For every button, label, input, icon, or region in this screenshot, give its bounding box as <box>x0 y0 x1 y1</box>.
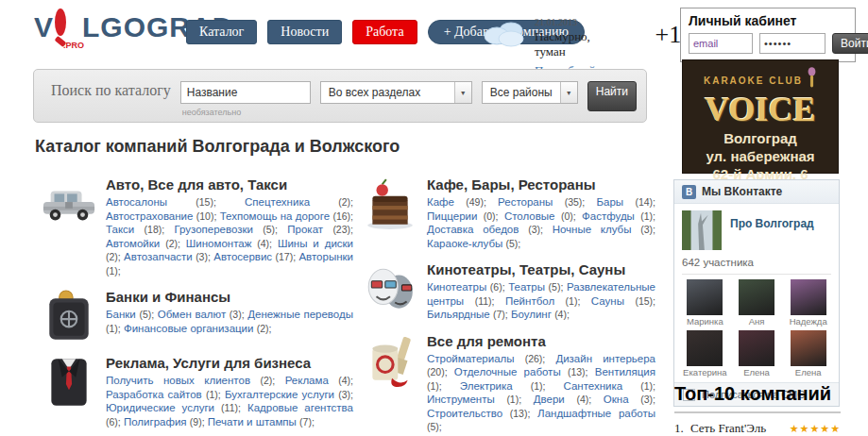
category-link[interactable]: Стройматериалы <box>427 353 515 364</box>
category-link[interactable]: Юридические услуги <box>106 402 214 413</box>
member-photo[interactable] <box>791 330 826 366</box>
login-button[interactable]: Войти <box>832 33 868 54</box>
vk-widget-title: Мы ВКонтакте <box>702 185 782 198</box>
category-link[interactable]: Автозапчасти <box>124 251 193 262</box>
category-link[interactable]: Пиццерии <box>427 210 477 222</box>
category-count: (11); <box>475 295 495 307</box>
category-link[interactable]: Кинотеатры <box>427 281 486 293</box>
category-count: (3); <box>528 224 543 235</box>
top10-item: 1.Сеть Frant'Эль★★★★★ <box>674 421 841 436</box>
category-link[interactable]: Бильярдные <box>427 309 490 320</box>
category-link[interactable]: Техпомощь на дороге <box>220 210 330 222</box>
category-link[interactable]: Кадровые агентства <box>247 402 353 413</box>
member-photo[interactable] <box>687 279 723 315</box>
category-link[interactable]: Боулинг <box>511 309 552 320</box>
category-link[interactable]: Грузоперевозки <box>174 224 253 235</box>
category-links: Стройматериалы (26); Дизайн интерьера (2… <box>427 352 655 434</box>
microphone-icon <box>807 67 817 93</box>
category-link[interactable]: Бары <box>597 196 624 208</box>
category-link[interactable]: Обмен валют <box>158 309 226 320</box>
member-photo[interactable] <box>687 330 723 366</box>
nav-jobs-button[interactable]: Работа <box>352 20 417 44</box>
category-title[interactable]: Все для ремонта <box>427 333 655 349</box>
category-link[interactable]: Разработка сайтов <box>106 389 202 400</box>
category-link[interactable]: Вентиляция <box>595 366 655 377</box>
category-count: (11); <box>221 402 241 413</box>
karaoke-club-banner[interactable]: KARAOKE CLUB VOICE Волгоград ул. набереж… <box>682 59 839 174</box>
category-link[interactable]: Окна <box>604 394 629 405</box>
search-name-input[interactable] <box>180 81 311 104</box>
vk-member: Маринка <box>682 279 728 327</box>
category-count: (1); <box>506 394 521 405</box>
category-link[interactable]: Ночные клубы <box>553 224 632 235</box>
sections-select[interactable]: Во всех разделах ▼ <box>320 81 472 104</box>
category-repair: Все для ремонта Стройматериалы (26); Диз… <box>363 333 655 434</box>
category-link[interactable]: Бухгалтерские услуги <box>225 389 334 400</box>
category-link[interactable]: Электрика <box>460 380 513 392</box>
member-photo[interactable] <box>791 279 826 315</box>
vk-member: Аня <box>734 279 780 327</box>
category-link[interactable]: Сантехника <box>564 380 623 392</box>
vk-member: Елена <box>734 330 780 377</box>
category-link[interactable]: Рестораны <box>498 196 553 208</box>
category-link[interactable]: Автомойки <box>106 238 160 249</box>
category-title[interactable]: Банки и Финансы <box>106 289 353 305</box>
category-link[interactable]: Авторынки <box>298 251 353 262</box>
category-link[interactable]: Банки <box>106 309 136 320</box>
vk-group-avatar[interactable] <box>682 210 722 250</box>
category-title[interactable]: Авто, Все для авто, Такси <box>106 176 353 193</box>
category-link[interactable]: Шиномонтаж <box>186 238 252 249</box>
category-link[interactable]: Спецтехника <box>245 196 310 208</box>
category-link[interactable]: Автосервис <box>213 251 272 262</box>
category-link[interactable]: Столовые <box>504 210 555 222</box>
category-count: (3); <box>640 394 655 405</box>
category-link[interactable]: Театры <box>508 281 545 293</box>
category-link[interactable]: Двери <box>534 394 565 405</box>
category-link[interactable]: Автосалоны <box>106 196 167 208</box>
category-link[interactable]: Получить новых клиентов <box>106 375 250 386</box>
email-field[interactable] <box>689 33 753 54</box>
category-link[interactable]: Сауны <box>591 295 624 307</box>
category-link[interactable]: Дизайн интерьера <box>555 353 655 364</box>
category-business: Реклама, Услуги для бизнеса Получить нов… <box>42 355 353 428</box>
category-link[interactable]: Денежные переводы <box>247 309 353 320</box>
category-count: (5); <box>505 238 520 249</box>
category-link[interactable]: Прокат <box>287 224 323 235</box>
category-link[interactable]: Полиграфия <box>124 416 187 428</box>
category-link[interactable]: Реклама <box>285 375 329 386</box>
category-count: (17); <box>275 251 296 262</box>
category-title[interactable]: Реклама, Услуги для бизнеса <box>106 355 353 371</box>
category-link[interactable]: Финансовые организации <box>124 323 254 334</box>
vk-widget: В Мы ВКонтакте Про Волгоград 642 участни… <box>673 179 840 407</box>
find-button[interactable]: Найти <box>587 81 637 111</box>
category-link[interactable]: Отделочные работы <box>454 366 561 377</box>
category-link[interactable]: Автострахование <box>106 210 193 222</box>
category-link[interactable]: Доставка обедов <box>427 224 519 235</box>
password-field[interactable] <box>759 33 825 54</box>
category-link[interactable]: Такси <box>106 224 134 235</box>
category-link[interactable]: Пейнтбол <box>505 295 554 307</box>
logo-domain: .PRO <box>63 41 84 50</box>
member-photo[interactable] <box>739 330 774 366</box>
category-link[interactable]: Инструменты <box>427 394 495 405</box>
category-title[interactable]: Кафе, Бары, Рестораны <box>427 176 655 193</box>
weather-condition-2: туман <box>535 44 566 59</box>
category-link[interactable]: Шины и диски <box>278 238 353 249</box>
category-title[interactable]: Кинотеатры, Театры, Сауны <box>427 261 655 277</box>
top10-list: 1.Сеть Frant'Эль★★★★★ <box>674 421 841 436</box>
company-link[interactable]: Сеть Frant'Эль <box>690 421 790 436</box>
member-photo[interactable] <box>739 279 774 315</box>
category-link[interactable]: Печати и штампы <box>208 416 297 428</box>
vk-group-link[interactable]: Про Волгоград <box>730 217 814 250</box>
category-link[interactable]: Фастфуды <box>582 210 635 222</box>
category-link[interactable]: Строительство <box>427 408 502 419</box>
category-link[interactable]: Караоке-клубы <box>427 238 502 249</box>
vk-member: Надежда <box>785 279 831 327</box>
nav-catalog-button[interactable]: Каталог <box>186 20 257 44</box>
category-link[interactable]: Кафе <box>427 196 454 208</box>
category-count: (1); <box>427 380 442 392</box>
category-count: (26); <box>525 353 546 364</box>
category-link[interactable]: Ландшафтные работы <box>537 408 655 419</box>
districts-select[interactable]: Все районы ▼ <box>482 81 578 104</box>
nav-news-button[interactable]: Новости <box>267 20 342 44</box>
